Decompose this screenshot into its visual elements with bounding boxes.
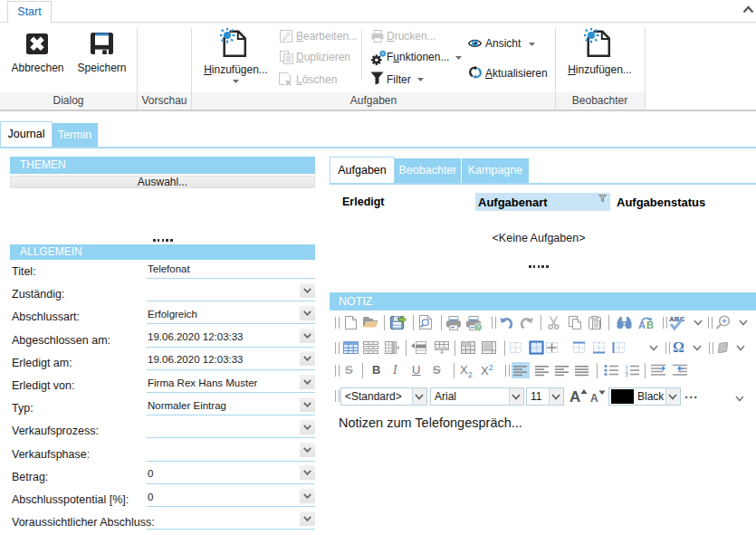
svg-text:B: B [646, 320, 654, 330]
svg-text:3: 3 [626, 372, 628, 377]
svg-text:A: A [638, 320, 646, 330]
svg-text:?: ? [476, 323, 480, 331]
